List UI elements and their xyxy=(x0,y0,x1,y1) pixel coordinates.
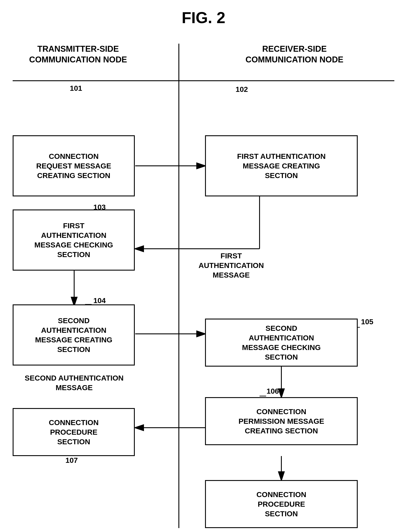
ref-104: 104 xyxy=(93,296,106,305)
ref-107-left: 107 xyxy=(65,456,78,465)
box-101: CONNECTION REQUEST MESSAGE CREATING SECT… xyxy=(13,135,135,196)
ref-102: 102 xyxy=(235,85,248,94)
left-header: TRANSMITTER-SIDE COMMUNICATION NODE xyxy=(13,44,143,65)
box-107-left: CONNECTION PROCEDURE SECTION xyxy=(13,408,135,456)
ref-105: 105 xyxy=(361,318,373,326)
box-105: SECOND AUTHENTICATION MESSAGE CHECKING S… xyxy=(205,318,358,367)
second-auth-message-label: SECOND AUTHENTICATION MESSAGE xyxy=(13,373,135,392)
ref-106: 106 xyxy=(266,387,279,395)
box-104: SECOND AUTHENTICATION MESSAGE CREATING S… xyxy=(13,304,135,365)
box-103: FIRST AUTHENTICATION MESSAGE CHECKING SE… xyxy=(13,209,135,270)
fig-title: FIG. 2 xyxy=(182,9,225,27)
diagram-container: FIG. 2 TRANSMITTER-SIDE COMMUNICATION NO… xyxy=(0,0,407,532)
box-107-right: CONNECTION PROCEDURE SECTION xyxy=(205,480,358,528)
first-auth-message-label: FIRST AUTHENTICATION MESSAGE xyxy=(190,251,273,280)
ref-101: 101 xyxy=(70,84,82,93)
box-106: CONNECTION PERMISSION MESSAGE CREATING S… xyxy=(205,397,358,445)
right-header: RECEIVER-SIDE COMMUNICATION NODE xyxy=(207,44,382,65)
box-102: FIRST AUTHENTICATION MESSAGE CREATING SE… xyxy=(205,135,358,196)
